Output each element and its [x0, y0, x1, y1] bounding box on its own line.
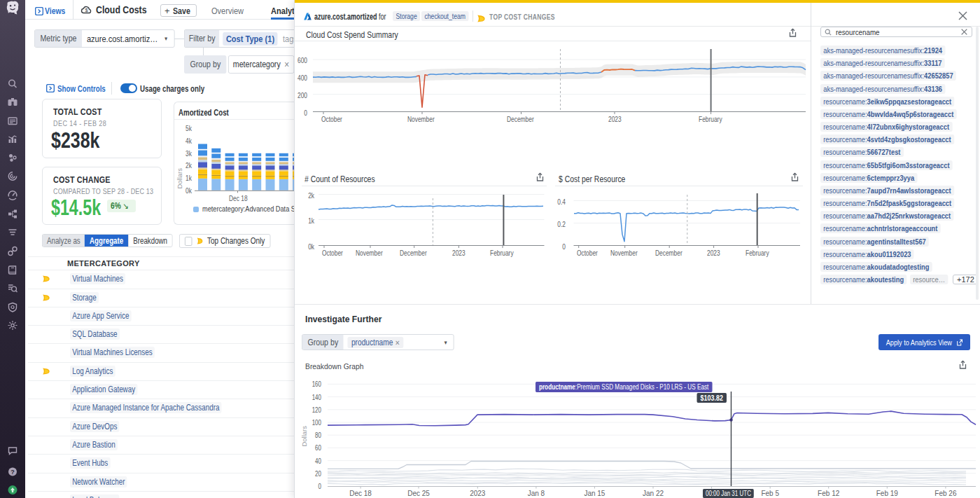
svg-text:?: ?	[10, 469, 15, 476]
